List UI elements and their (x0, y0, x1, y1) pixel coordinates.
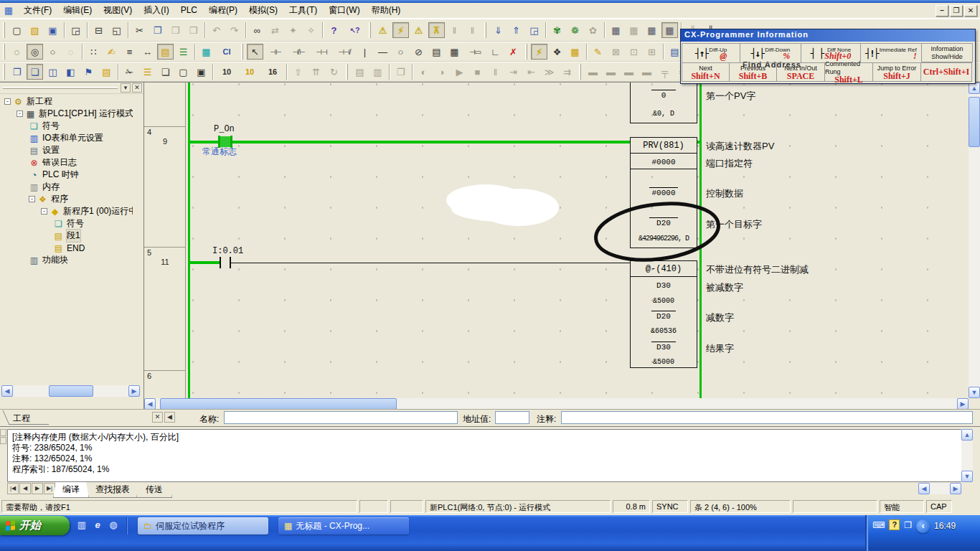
tree-item[interactable]: -❖程序 (0, 193, 133, 205)
tree-item[interactable]: -⚙新工程 (0, 95, 133, 108)
cut-button[interactable]: ✂ (131, 22, 148, 38)
ladder-editor[interactable]: 4 9 5 11 6 0 &0, D 第一个PV字 P_On 常通标志 PRV(… (144, 83, 969, 398)
scroll-up-icon[interactable]: ▲ (969, 83, 980, 94)
operand-close-button[interactable]: ✕ (152, 412, 163, 423)
tree-item[interactable]: ❏符号 (0, 217, 133, 230)
tree-item[interactable]: -▦新PLC1[CP1H] 运行模式 (0, 108, 133, 120)
task-folder-window[interactable]: 🗀 伺服定位试验程序 (138, 517, 268, 534)
tree-expand-icon[interactable]: - (29, 196, 35, 202)
ladder-hscroll-track[interactable] (156, 398, 957, 410)
print-button[interactable]: ⊟ (90, 22, 107, 38)
output-vscroll-track[interactable] (961, 441, 973, 471)
scroll-right-icon[interactable]: ▶ (128, 385, 140, 397)
next-cell[interactable]: Next Shift+N (682, 62, 730, 82)
sim-step-button[interactable]: ⇥ (505, 64, 522, 80)
new-instruction-button[interactable]: ▤ (428, 44, 445, 60)
scroll-down-icon[interactable]: ▼ (961, 471, 973, 482)
tree-expand-icon[interactable]: - (17, 110, 23, 117)
set-value-up2-button[interactable]: ⇈ (308, 64, 324, 80)
sim-goto-button[interactable]: ⇉ (559, 64, 575, 80)
window-find-button[interactable]: ◧ (62, 64, 79, 80)
context-help-button[interactable]: ↖? (344, 22, 365, 38)
new-closed-or-contact-button[interactable]: ⊣⊣/ (334, 44, 355, 60)
rung-manager-button[interactable]: ☰ (175, 44, 192, 60)
mnemonic-insert-button[interactable]: ✁ (121, 64, 138, 80)
menu-item-9[interactable]: 窗口(W) (323, 4, 365, 17)
scroll-down-icon[interactable]: ▼ (969, 387, 980, 398)
zoom-to-fit-button[interactable]: ◌ (9, 44, 25, 60)
pause-monitoring-button[interactable]: ‖ (446, 22, 463, 38)
tree-item[interactable]: -◆新程序1 (00)运行中 (0, 205, 133, 217)
tree-item[interactable]: ▤段1 (0, 230, 133, 242)
sim-save-button[interactable]: ▤ (352, 64, 368, 80)
window-flag-button[interactable]: ⚑ (80, 64, 97, 80)
io-dialog-button[interactable]: ▢ (175, 64, 192, 80)
diff-down-cell[interactable]: ┤↓├ Diff-Down% (740, 43, 801, 63)
save-project-button[interactable]: ▣ (44, 22, 61, 38)
redo-button[interactable]: ↷ (226, 22, 242, 38)
quicklaunch-app-icon[interactable]: ◍ (106, 518, 121, 532)
plc-memory-button[interactable]: ▦ (626, 22, 642, 38)
time-chart-1-button[interactable]: ╤ (656, 64, 673, 80)
compare-with-plc-button[interactable]: ◲ (526, 22, 542, 38)
tab-last-icon[interactable]: ▶| (44, 483, 55, 494)
send-changes-button[interactable]: ❁ (567, 22, 583, 38)
download-to-plc-button[interactable]: ⇓ (490, 22, 507, 38)
menu-item-3[interactable]: 视图(V) (98, 4, 138, 17)
address-input[interactable] (495, 411, 529, 424)
output-vertical-scrollbar[interactable]: ▲ ▼ (961, 429, 973, 482)
minimize-button[interactable]: – (936, 5, 948, 17)
ladder-vscroll-thumb[interactable] (969, 97, 980, 147)
name-input[interactable] (224, 411, 458, 424)
tab-find-report[interactable]: 查找报表 (86, 482, 139, 498)
edit-comment-button[interactable]: ✎ (590, 44, 606, 60)
tree-item[interactable]: ▥内存 (0, 181, 133, 193)
monitor-mode-button[interactable]: ⚡ (392, 22, 409, 38)
diff-up-cell[interactable]: ┤↑├ Diff-Up@ (682, 43, 740, 63)
jump-to-error-cell[interactable]: Jump to Error Shift+J (872, 62, 921, 82)
new-horizontal-line-button[interactable]: — (374, 44, 391, 60)
start-button[interactable]: 开始 (0, 516, 70, 535)
window-tray-icon[interactable]: ❐ (904, 519, 912, 531)
ladder-vertical-scrollbar[interactable]: ▲ ▼ (969, 83, 980, 398)
zoom-out-button[interactable]: ◌ (62, 44, 79, 60)
grid-toggle-button[interactable]: ∷ (85, 44, 102, 60)
open-project-button[interactable]: ▧ (27, 22, 43, 38)
new-contact-button[interactable]: ⊣⊢ (265, 44, 286, 60)
tree-item[interactable]: ▤设置 (0, 144, 133, 156)
differential-monitor-button[interactable]: ⚡ (531, 44, 547, 60)
memory-dialog-button[interactable]: ▣ (193, 64, 209, 80)
delete-line-button[interactable]: ✗ (505, 44, 522, 60)
scroll-left-icon[interactable]: ◀ (144, 398, 156, 410)
scroll-up-icon[interactable]: ▲ (961, 429, 973, 441)
information-showhide-cell[interactable]: Information Show/Hide (921, 43, 973, 62)
cancel-online-edit-button[interactable]: ✿ (585, 22, 601, 38)
sim-mode-1-button[interactable]: ◐ (415, 64, 432, 80)
sim-save-as-button[interactable]: ▥ (369, 64, 386, 80)
output-splitter-up-button[interactable] (0, 429, 6, 436)
menu-item-8[interactable]: 工具(T) (283, 4, 323, 17)
new-closed-instruction-button[interactable]: ▦ (446, 44, 463, 60)
sim-pause-button[interactable]: ‖ (487, 64, 504, 80)
sim-fast-forward-button[interactable]: ≫ (541, 64, 557, 80)
close-button[interactable]: ✕ (964, 5, 977, 17)
select-mode-button[interactable]: ↖ (247, 44, 263, 60)
line-connect-button[interactable]: ∟ (487, 44, 504, 60)
work-online-simulator-button[interactable]: ⚠ (374, 22, 391, 38)
help-tray-icon[interactable]: ? (889, 519, 900, 530)
print-setup-button[interactable]: ◲ (67, 22, 84, 38)
pause-button[interactable]: ‖ (464, 22, 481, 38)
ci-view-button[interactable]: CI (216, 44, 237, 60)
tab-compile[interactable]: 编译 (53, 482, 89, 498)
menu-item-6[interactable]: 编程(P) (203, 4, 243, 17)
statement-list-button[interactable]: ≡ (121, 44, 138, 60)
window-new-button[interactable]: ❐ (9, 64, 25, 80)
ladder-horizontal-scrollbar[interactable]: ◀ ▶ (144, 398, 969, 410)
window-properties-button[interactable]: ▤ (98, 64, 115, 80)
tree-scroll-track[interactable] (13, 385, 128, 397)
quicklaunch-device-icon[interactable]: ▥ (75, 518, 89, 532)
quicklaunch-ie-icon[interactable]: e (90, 518, 105, 532)
online-edit-button[interactable]: ✾ (549, 22, 565, 38)
tree-panel-grip[interactable] (3, 87, 118, 89)
new-project-button[interactable]: ▢ (9, 22, 25, 38)
